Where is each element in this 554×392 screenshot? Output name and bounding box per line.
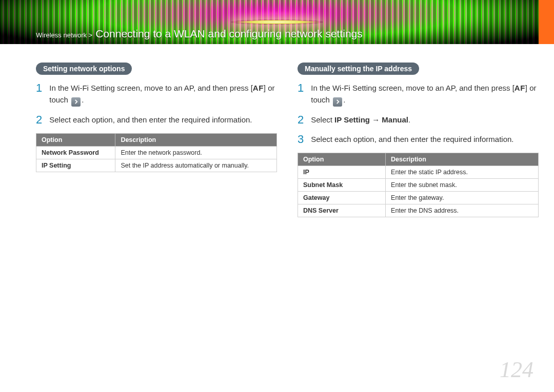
left-step-1: 1 In the Wi-Fi Setting screen, move to a… [36,82,277,107]
breadcrumb-section: Wireless network > [36,31,92,39]
table-row: IP Enter the static IP address. [298,166,539,179]
step-text: Select IP Setting → Manual. [311,114,539,126]
table-row: Gateway Enter the gateway. [298,192,539,204]
right-step-1: 1 In the Wi-Fi Setting screen, move to a… [298,82,539,107]
af-button-label: AF [253,82,264,94]
table-row: Subnet Mask Enter the subnet mask. [298,179,539,192]
section-color-tab [539,0,554,44]
chevron-right-icon [333,97,342,107]
ip-options-table: Option Description IP Enter the static I… [298,153,539,217]
step-number: 1 [36,82,42,107]
breadcrumb: Wireless network > Connecting to a WLAN … [36,28,363,40]
step-number: 2 [298,114,304,126]
page-number: 124 [500,357,533,383]
heading-manual-ip: Manually setting the IP address [298,63,419,75]
step-text: In the Wi-Fi Setting screen, move to an … [49,82,277,107]
step-number: 2 [36,114,42,126]
table-header-option: Option [36,133,115,146]
banner-highlight [231,19,323,25]
step-text: Select each option, and then enter the r… [49,114,277,126]
step-text: Select each option, and then enter the r… [311,133,539,146]
right-step-2: 2 Select IP Setting → Manual. [298,114,539,126]
network-options-table: Option Description Network Password Ente… [36,133,277,172]
right-column: Manually setting the IP address 1 In the… [298,63,539,217]
content-columns: Setting network options 1 In the Wi-Fi S… [0,44,554,217]
header-banner: Wireless network > Connecting to a WLAN … [0,0,554,44]
table-row: Network Password Enter the network passw… [36,146,277,159]
step-text: In the Wi-Fi Setting screen, move to an … [311,82,539,107]
left-column: Setting network options 1 In the Wi-Fi S… [36,63,277,217]
page-title: Connecting to a WLAN and configuring net… [95,28,363,40]
table-row: IP Setting Set the IP address automatica… [36,159,277,172]
table-header-description: Description [115,133,277,146]
af-button-label: AF [515,82,525,94]
heading-network-options: Setting network options [36,63,132,75]
table-header-option: Option [298,153,386,166]
chevron-right-icon [71,97,81,107]
left-step-2: 2 Select each option, and then enter the… [36,114,277,126]
step-number: 1 [298,82,304,107]
table-header-description: Description [386,153,539,166]
table-row: DNS Server Enter the DNS address. [298,204,539,217]
step-number: 3 [298,133,304,146]
right-step-3: 3 Select each option, and then enter the… [298,133,539,146]
